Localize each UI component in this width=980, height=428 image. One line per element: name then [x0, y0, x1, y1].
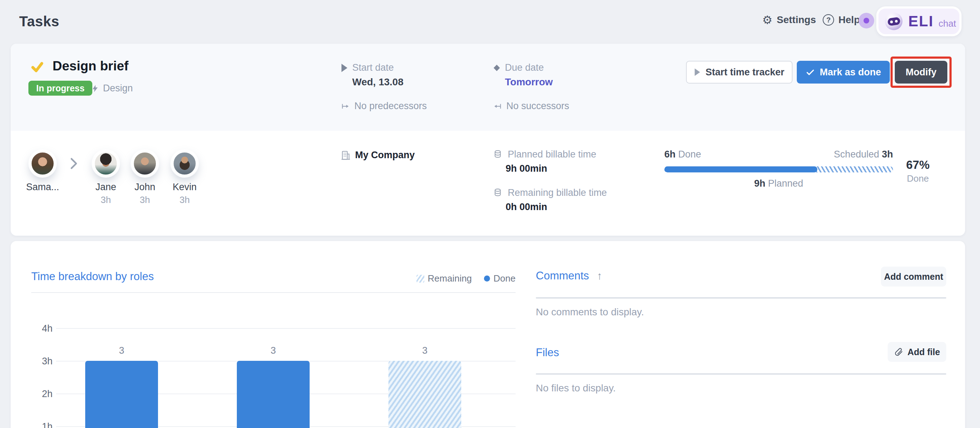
task-tag-label: Design	[103, 83, 133, 94]
task-tag[interactable]: Design	[91, 83, 133, 94]
notification-dot-icon	[864, 18, 869, 24]
building-icon	[340, 150, 351, 161]
remaining-billable-value: 0h 00min	[506, 201, 547, 212]
start-date-field: Start date	[341, 62, 394, 73]
chart-plot: 4h3h2h1h333	[46, 328, 515, 428]
help-button[interactable]: ? Help	[823, 14, 860, 26]
modify-button[interactable]: Modify	[895, 61, 947, 83]
successors-field[interactable]: No successors	[493, 101, 569, 112]
paperclip-icon	[894, 347, 903, 356]
mark-as-done-label: Mark as done	[820, 67, 881, 78]
gridline	[56, 328, 515, 329]
files-title[interactable]: Files	[536, 346, 559, 359]
percent-block: 67% Done	[898, 158, 937, 184]
assignee-name: Sama...	[14, 182, 71, 193]
start-date-value-wrap[interactable]: Wed, 13.08	[352, 77, 403, 88]
dot-swatch-icon	[484, 276, 490, 281]
comments-divider	[536, 297, 946, 299]
eli-brand-label: ELI	[908, 13, 934, 30]
company-field: My Company	[340, 150, 415, 161]
successor-arrow-icon	[493, 102, 502, 111]
comments-empty-text: No comments to display.	[536, 307, 644, 318]
files-empty-text: No files to display.	[536, 383, 616, 394]
planned-billable-label: Planned billable time	[508, 149, 596, 160]
coins-icon	[493, 188, 503, 198]
remaining-billable-field: Remaining billable time	[493, 187, 607, 198]
avatar[interactable]	[172, 151, 197, 176]
start-date-label: Start date	[352, 62, 394, 73]
legend-item-done[interactable]: Done	[484, 273, 515, 284]
avatar[interactable]	[132, 151, 158, 176]
gear-icon: ⚙	[762, 14, 773, 26]
predecessors-label: No predecessors	[354, 101, 427, 112]
y-axis-tick: 4h	[21, 323, 52, 334]
y-axis-tick: 1h	[21, 421, 52, 428]
eli-suffix-label: chat	[939, 18, 956, 29]
assignee-hours: 3h	[156, 195, 213, 206]
legend-done-label: Done	[493, 273, 515, 284]
diamond-icon	[493, 64, 501, 72]
help-label: Help	[838, 14, 860, 26]
planned-billable-value: 9h 00min	[506, 163, 547, 174]
play-icon	[694, 68, 700, 76]
progress-done-text: 6h Done	[664, 149, 701, 160]
settings-button[interactable]: ⚙ Settings	[762, 14, 816, 26]
details-panel-card: Time breakdown by roles Remaining Done 4…	[11, 241, 965, 428]
add-comment-button[interactable]: Add comment	[881, 267, 946, 286]
files-divider	[536, 373, 946, 375]
task-detail-card: Design brief In progress Design Start da…	[11, 44, 965, 236]
company-name: My Company	[355, 150, 415, 161]
remaining-billable-label: Remaining billable time	[508, 187, 607, 198]
assignee-name: Kevin	[156, 182, 213, 193]
add-comment-label: Add comment	[884, 271, 943, 282]
avatar[interactable]	[93, 151, 119, 176]
eli-chat-button[interactable]: ELI chat	[876, 6, 961, 36]
progress-scheduled-text: Scheduled 3h	[834, 149, 893, 160]
planned-billable-field: Planned billable time	[493, 149, 596, 160]
comments-title[interactable]: Comments	[536, 270, 589, 282]
y-axis-tick: 3h	[21, 356, 52, 367]
chart-bar	[388, 361, 461, 428]
legend-remaining-label: Remaining	[428, 273, 472, 284]
bar-value-label: 3	[388, 345, 461, 356]
coins-icon	[493, 149, 503, 160]
percent-value: 67%	[898, 158, 937, 172]
legend-item-remaining[interactable]: Remaining	[417, 273, 472, 284]
planned-billable-value-wrap: 9h 00min	[506, 163, 547, 174]
task-check-icon[interactable]	[30, 60, 44, 73]
app-header: Tasks ⚙ Settings ? Help	[0, 0, 980, 44]
start-date-value: Wed, 13.08	[352, 77, 403, 88]
hatch-swatch-icon	[417, 275, 424, 283]
chart-divider	[31, 292, 515, 293]
progress-section: 6h Done Scheduled 3h 9h Planned	[664, 149, 893, 189]
status-badge[interactable]: In progress	[29, 81, 92, 96]
modify-label: Modify	[906, 67, 937, 78]
due-date-value-wrap[interactable]: Tomorrow	[505, 77, 553, 88]
chart-title[interactable]: Time breakdown by roles	[31, 270, 154, 283]
remaining-billable-value-wrap: 0h 00min	[506, 201, 547, 212]
y-axis-tick: 2h	[21, 388, 52, 399]
chart-bar	[237, 361, 310, 428]
due-date-value: Tomorrow	[505, 77, 553, 88]
add-file-button[interactable]: Add file	[888, 342, 946, 362]
avatar[interactable]	[30, 151, 56, 176]
successors-label: No successors	[506, 101, 569, 112]
sort-ascending-icon[interactable]: ↑	[597, 270, 602, 282]
task-header-strip	[11, 44, 965, 131]
start-time-tracker-button[interactable]: Start time tracker	[686, 61, 792, 83]
predecessor-arrow-icon	[341, 102, 350, 111]
mark-as-done-button[interactable]: Mark as done	[797, 61, 890, 83]
check-icon	[806, 67, 815, 77]
bar-value-label: 3	[85, 345, 158, 356]
task-title: Design brief	[52, 59, 129, 73]
lightning-icon	[91, 83, 99, 94]
due-date-field: Due date	[493, 62, 544, 73]
progress-bar	[664, 166, 893, 172]
bar-value-label: 3	[237, 345, 310, 356]
chevron-right-icon[interactable]	[69, 158, 78, 169]
due-date-label: Due date	[505, 62, 544, 73]
predecessors-field[interactable]: No predecessors	[341, 101, 427, 112]
chart-bar	[85, 361, 158, 428]
notification-badge[interactable]	[859, 13, 874, 29]
play-icon	[341, 64, 348, 72]
